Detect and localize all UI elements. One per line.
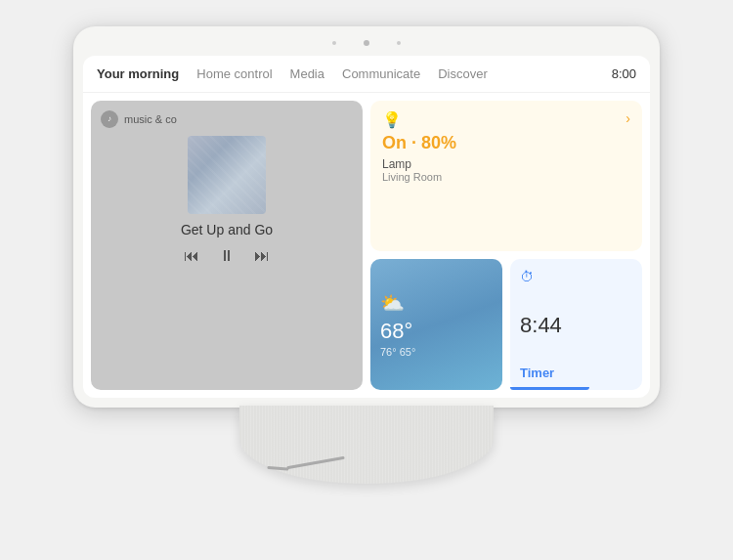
music-header: ♪ music & co: [101, 110, 353, 128]
music-card[interactable]: ♪ music & co Get Up and Go ⏮ ⏸ ⏭: [91, 101, 363, 390]
light-name: Lamp: [382, 157, 630, 171]
timer-time: 8:44: [520, 313, 632, 338]
music-service-label: music & co: [124, 113, 177, 125]
device-body: Your morning Home control Media Communic…: [73, 26, 660, 408]
weather-temperature: 68°: [380, 319, 493, 344]
song-title: Get Up and Go: [101, 222, 353, 237]
playback-controls: ⏮ ⏸ ⏭: [101, 247, 353, 265]
camera-sensor: [364, 40, 369, 46]
next-button[interactable]: ⏭: [254, 247, 270, 265]
light-bulb-icon: 💡: [382, 110, 630, 129]
pause-button[interactable]: ⏸: [219, 247, 235, 265]
nav-your-morning[interactable]: Your morning: [97, 66, 179, 81]
nav-time: 8:00: [612, 66, 636, 81]
nav-discover[interactable]: Discover: [438, 66, 488, 81]
google-home-hub: Your morning Home control Media Communic…: [44, 26, 689, 535]
weather-card[interactable]: ⛅ 68° 76° 65°: [370, 259, 502, 390]
timer-progress-bar: [510, 387, 589, 390]
timer-hours: 8: [520, 313, 532, 337]
light-card[interactable]: 💡 On · 80% Lamp Living Room ›: [370, 101, 642, 251]
weather-icon: ⛅: [380, 291, 493, 315]
speaker-base: [239, 406, 494, 484]
light-status: On · 80%: [382, 133, 630, 153]
right-column: 💡 On · 80% Lamp Living Room › ⛅ 68° 76° …: [370, 101, 642, 390]
bottom-row: ⛅ 68° 76° 65° ⏱ 8:44 Timer: [370, 259, 642, 390]
nav-communicate[interactable]: Communicate: [342, 66, 420, 81]
sensor-right: [397, 41, 401, 45]
prev-button[interactable]: ⏮: [184, 247, 199, 265]
content-area: ♪ music & co Get Up and Go ⏮ ⏸ ⏭: [83, 93, 650, 398]
music-service-icon: ♪: [101, 110, 118, 128]
timer-minutes: 44: [538, 313, 561, 337]
nav-bar: Your morning Home control Media Communic…: [83, 56, 650, 93]
timer-header: ⏱: [520, 269, 632, 284]
album-art-texture: [188, 136, 266, 214]
light-location: Living Room: [382, 171, 630, 183]
timer-icon: ⏱: [520, 269, 534, 284]
sensor-row: [83, 36, 650, 50]
timer-label: Timer: [520, 366, 632, 380]
screen: Your morning Home control Media Communic…: [83, 56, 650, 398]
nav-media[interactable]: Media: [290, 66, 324, 81]
album-art: [188, 136, 266, 214]
nav-home-control[interactable]: Home control: [196, 66, 272, 81]
speaker-fabric: [239, 406, 494, 484]
light-arrow-icon[interactable]: ›: [625, 110, 630, 126]
sensor-left: [332, 41, 336, 45]
weather-range: 76° 65°: [380, 346, 493, 358]
timer-card[interactable]: ⏱ 8:44 Timer: [510, 259, 642, 390]
